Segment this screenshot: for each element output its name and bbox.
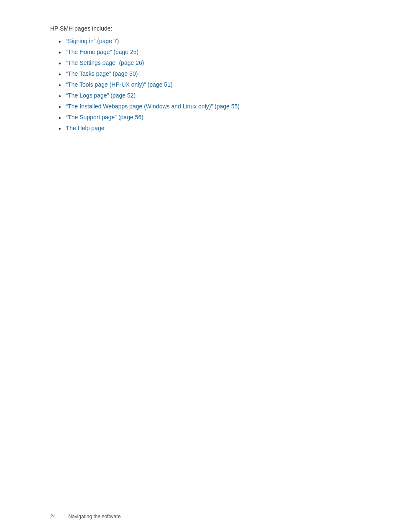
list-item: • “The Settings page” (page 26): [59, 59, 349, 67]
webapps-page-link[interactable]: “The Installed Webapps page (Windows and…: [66, 103, 240, 110]
list-item: • The Help page: [59, 125, 349, 132]
list-item: • “Signing in” (page 7): [59, 38, 349, 45]
bullet-dot: •: [59, 49, 61, 56]
help-page-text: The Help page: [66, 125, 105, 131]
bullet-dot: •: [59, 82, 61, 89]
list-item: • “The Home page” (page 25): [59, 49, 349, 56]
list-item: • “The Installed Webapps page (Windows a…: [59, 103, 349, 111]
footer-page-number: 24: [50, 514, 56, 519]
bullet-dot: •: [59, 71, 61, 78]
page-content: HP SMH pages include: • “Signing in” (pa…: [0, 0, 399, 169]
smh-pages-list: • “Signing in” (page 7) • “The Home page…: [59, 38, 349, 132]
list-item: • “The Tools page (HP-UX only)” (page 51…: [59, 81, 349, 89]
bullet-dot: •: [59, 39, 61, 45]
list-item: • “The Support page” (page 56): [59, 114, 349, 121]
support-page-link[interactable]: “The Support page” (page 56): [66, 114, 143, 121]
signing-in-link[interactable]: “Signing in” (page 7): [66, 38, 119, 44]
intro-paragraph: HP SMH pages include:: [50, 25, 349, 32]
tools-page-link[interactable]: “The Tools page (HP-UX only)” (page 51): [66, 81, 173, 88]
bullet-dot: •: [59, 93, 61, 100]
settings-page-link[interactable]: “The Settings page” (page 26): [66, 59, 144, 66]
list-item: • “The Tasks page” (page 50): [59, 70, 349, 78]
bullet-dot: •: [59, 115, 61, 121]
footer-section-title: Navigating the software: [68, 514, 120, 519]
logs-page-link[interactable]: “The Logs page” (page 52): [66, 92, 136, 99]
bullet-dot: •: [59, 104, 61, 111]
list-item: • “The Logs page” (page 52): [59, 92, 349, 100]
home-page-link[interactable]: “The Home page” (page 25): [66, 49, 139, 55]
tasks-page-link[interactable]: “The Tasks page” (page 50): [66, 70, 138, 77]
bullet-dot: •: [59, 126, 61, 132]
page-footer: 24 Navigating the software: [50, 514, 121, 519]
bullet-dot: •: [59, 60, 61, 67]
